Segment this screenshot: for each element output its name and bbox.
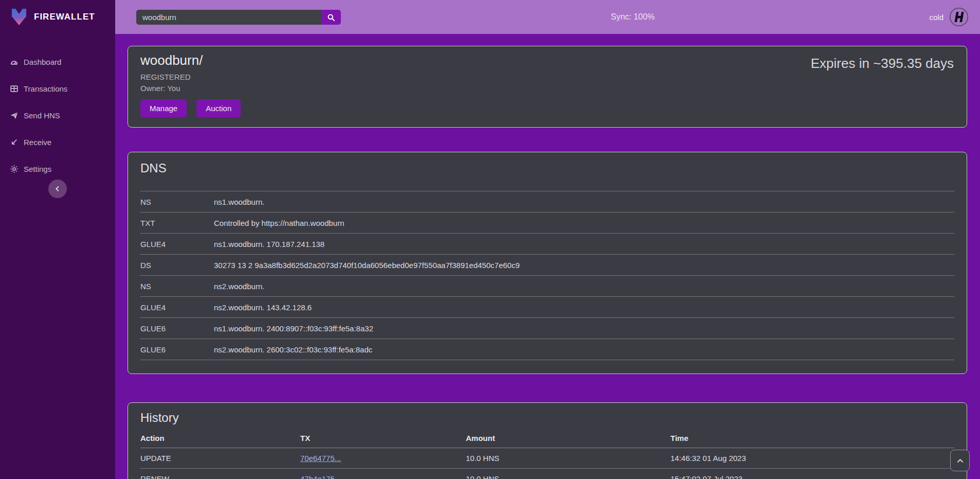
- column-header-tx: TX: [300, 434, 466, 442]
- dns-record-value: 30273 13 2 9a3a8fb3d625d2a2073d740f10da6…: [214, 261, 954, 270]
- wallet-name: cold: [929, 13, 943, 22]
- column-header-time: Time: [670, 434, 954, 442]
- dns-record-type: TXT: [140, 219, 214, 227]
- history-row: RENEW 47b4e175... 10.0 HNS 15:47:02 07 J…: [140, 469, 954, 479]
- dns-record-row: NS ns1.woodburn.: [140, 191, 954, 212]
- column-header-amount: Amount: [466, 434, 670, 442]
- dns-record-row: GLUE4 ns2.woodburn. 143.42.128.6: [140, 297, 954, 318]
- dns-record-value: ns1.woodburn.: [214, 198, 954, 206]
- tx-link[interactable]: 70e64775...: [300, 454, 341, 463]
- tx-link[interactable]: 47b4e175...: [300, 474, 341, 479]
- search-icon: [327, 13, 335, 22]
- sidebar-item-receive[interactable]: Receive: [0, 129, 115, 155]
- sidebar-item-dashboard[interactable]: Dashboard: [0, 48, 115, 75]
- topbar: Sync: 100% cold: [115, 0, 980, 34]
- sidebar-item-label: Send HNS: [24, 111, 60, 120]
- search-button[interactable]: [321, 10, 341, 25]
- history-card-title: History: [140, 409, 954, 427]
- dns-record-value: ns1.woodburn. 170.187.241.138: [214, 240, 954, 249]
- dns-record-row: NS ns2.woodburn.: [140, 276, 954, 297]
- dns-record-type: NS: [140, 282, 214, 291]
- gear-icon: [10, 165, 19, 173]
- sync-status: Sync: 100%: [611, 0, 655, 34]
- dns-record-value: ns2.woodburn. 143.42.128.6: [214, 303, 954, 312]
- dns-card-title: DNS: [140, 159, 954, 177]
- main-content: woodburn/ REGISTERED Owner: You Manage A…: [115, 34, 980, 479]
- history-table-header: Action TX Amount Time: [140, 429, 954, 448]
- expiry-label: Expires in ~395.35 days: [811, 56, 954, 72]
- handshake-logo[interactable]: [949, 7, 969, 27]
- search-group: [136, 10, 341, 25]
- dns-record-value: ns2.woodburn. 2600:3c02::f03c:93ff:fe5a:…: [214, 345, 954, 354]
- history-row: UPDATE 70e64775... 10.0 HNS 14:46:32 01 …: [140, 448, 954, 469]
- gauge-icon: [10, 58, 19, 66]
- sidebar-collapse-button[interactable]: [48, 180, 67, 198]
- receive-arrow-icon: [10, 138, 19, 147]
- auction-button[interactable]: Auction: [196, 99, 241, 117]
- chevron-up-icon: [957, 458, 964, 463]
- dns-record-row: TXT Controlled by https://nathan.woodbur…: [140, 212, 954, 234]
- wallet-group: cold: [929, 0, 969, 34]
- scroll-to-top-button[interactable]: [950, 450, 970, 471]
- owner-label: Owner: You: [140, 84, 954, 93]
- dns-card: DNS NS ns1.woodburn. TXT Controlled by h…: [128, 152, 967, 374]
- sidebar: FIREWALLET Dashboard Transactions Send H…: [0, 0, 115, 479]
- firewallet-logo-icon: [9, 7, 29, 27]
- brand-name: FIREWALLET: [34, 12, 95, 22]
- sidebar-item-settings[interactable]: Settings: [0, 155, 115, 182]
- sidebar-item-label: Transactions: [24, 84, 67, 93]
- dns-table: NS ns1.woodburn. TXT Controlled by https…: [140, 191, 954, 360]
- sidebar-nav: Dashboard Transactions Send HNS Receive …: [0, 48, 115, 182]
- sidebar-item-label: Receive: [24, 138, 51, 147]
- history-time: 15:47:02 07 Jul 2023: [670, 474, 954, 479]
- dns-record-value: ns1.woodburn. 2400:8907::f03c:93ff:fe5a:…: [214, 324, 954, 333]
- history-amount: 10.0 HNS: [466, 474, 670, 479]
- history-amount: 10.0 HNS: [466, 454, 670, 463]
- history-action: UPDATE: [140, 454, 300, 463]
- manage-button[interactable]: Manage: [140, 99, 187, 117]
- dns-record-type: DS: [140, 261, 214, 270]
- sidebar-item-label: Settings: [24, 165, 51, 173]
- dns-record-type: GLUE4: [140, 303, 214, 312]
- dns-record-value: Controlled by https://nathan.woodburn: [214, 219, 954, 227]
- dns-record-row: GLUE4 ns1.woodburn. 170.187.241.138: [140, 234, 954, 255]
- sidebar-item-send-hns[interactable]: Send HNS: [0, 102, 115, 129]
- history-card: History Action TX Amount Time UPDATE 70e…: [128, 402, 967, 479]
- dns-record-type: GLUE4: [140, 240, 214, 249]
- dns-record-type: GLUE6: [140, 324, 214, 333]
- table-icon: [10, 84, 19, 93]
- status-badge: REGISTERED: [140, 73, 954, 81]
- dns-record-row: GLUE6 ns2.woodburn. 2600:3c02::f03c:93ff…: [140, 339, 954, 360]
- dns-record-value: ns2.woodburn.: [214, 282, 954, 291]
- chevron-left-icon: [54, 185, 61, 192]
- paper-plane-icon: [10, 111, 19, 120]
- dns-record-type: NS: [140, 198, 214, 206]
- dns-record-row: DS 30273 13 2 9a3a8fb3d625d2a2073d740f10…: [140, 255, 954, 276]
- sidebar-item-label: Dashboard: [24, 58, 61, 66]
- name-summary-card: woodburn/ REGISTERED Owner: You Manage A…: [128, 46, 967, 128]
- dns-record-row: GLUE6 ns1.woodburn. 2400:8907::f03c:93ff…: [140, 318, 954, 339]
- brand-header: FIREWALLET: [0, 0, 115, 34]
- dns-record-type: GLUE6: [140, 345, 214, 354]
- history-time: 14:46:32 01 Aug 2023: [670, 454, 954, 463]
- search-input[interactable]: [136, 10, 321, 25]
- history-action: RENEW: [140, 474, 300, 479]
- sidebar-item-transactions[interactable]: Transactions: [0, 75, 115, 102]
- column-header-action: Action: [140, 434, 300, 442]
